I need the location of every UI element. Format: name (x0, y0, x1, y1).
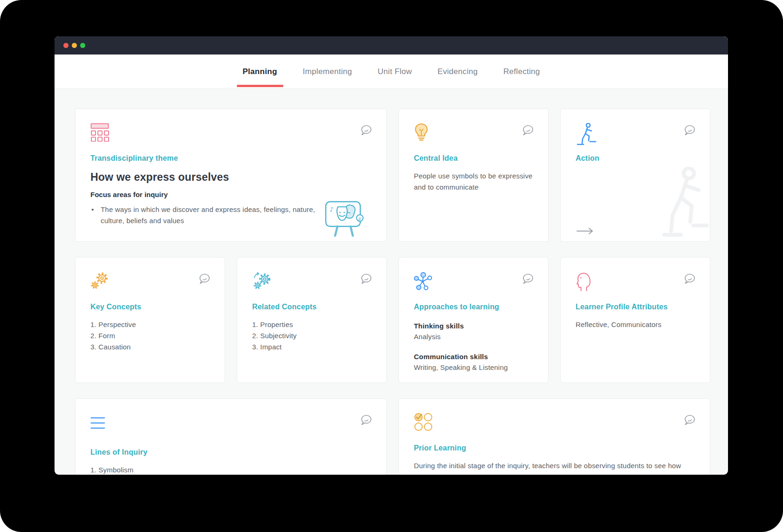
close-window-button[interactable] (63, 43, 69, 48)
lightbulb-icon (414, 123, 533, 142)
svg-text:p: p (358, 216, 361, 221)
main-tabbar: Planning Implementing Unit Flow Evidenci… (55, 55, 728, 89)
tab-planning[interactable]: Planning (242, 55, 277, 89)
focus-area-item: The ways in which we discover and expres… (90, 204, 335, 226)
related-concepts-list: 1. Properties 2. Subjectivity 3. Impact (252, 319, 371, 353)
card-action: Action (560, 109, 710, 242)
card-title: Action (576, 154, 695, 163)
traffic-lights (63, 43, 85, 48)
card-title: Approaches to learning (414, 302, 533, 312)
tab-evidencing[interactable]: Evidencing (438, 55, 478, 89)
app-window: Planning Implementing Unit Flow Evidenci… (55, 36, 728, 475)
card-title: Key Concepts (90, 302, 210, 312)
comment-bubble-icon (684, 273, 696, 285)
skill-group-thinking: Thinking skills Analysis (414, 321, 533, 342)
list-item: 1. Perspective (90, 319, 210, 330)
card-transdisciplinary-theme: Transdisciplinary theme How we express o… (75, 109, 387, 242)
card-approaches-to-learning: Approaches to learning Thinking skills A… (398, 257, 549, 383)
card-central-idea: Central Idea People use symbols to be ex… (398, 109, 549, 242)
arrow-right-icon (576, 227, 594, 235)
active-tab-underline (237, 85, 283, 87)
comment-button[interactable] (684, 273, 696, 285)
comment-button[interactable] (522, 125, 534, 136)
minimize-window-button[interactable] (72, 43, 77, 48)
expand-action-arrow-button[interactable] (576, 227, 594, 236)
focus-areas-subheading: Focus areas for inquiry (90, 190, 371, 199)
circles-check-icon (414, 413, 695, 431)
gears-icon (90, 272, 210, 290)
comment-button[interactable] (684, 125, 696, 136)
comment-bubble-icon (684, 415, 696, 426)
card-prior-learning: Prior Learning During the initial stage … (398, 398, 710, 475)
gears-cycle-icon (252, 272, 371, 290)
card-title: Learner Profile Attributes (576, 302, 695, 312)
list-item: 1. Symbolism (90, 464, 371, 475)
comment-bubble-icon (684, 125, 696, 136)
list-lines-icon (90, 413, 371, 436)
list-item: 2. Form (90, 330, 210, 341)
tab-implementing[interactable]: Implementing (303, 55, 352, 89)
card-title: Transdisciplinary theme (90, 154, 371, 163)
comment-button[interactable] (360, 125, 372, 136)
comment-button[interactable] (684, 415, 696, 426)
comment-bubble-icon (199, 273, 211, 285)
list-item: 3. Causation (90, 341, 210, 353)
card-title: Lines of Inquiry (90, 448, 371, 457)
card-key-concepts: Key Concepts 1. Perspective 2. Form 3. C… (75, 257, 225, 383)
comment-button[interactable] (522, 273, 534, 285)
window-titlebar (55, 36, 728, 55)
learner-profile-values: Reflective, Communicators (576, 319, 695, 330)
card-title: Prior Learning (414, 443, 695, 453)
prior-learning-text: During the initial stage of the inquiry,… (414, 460, 695, 475)
skill-value: Analysis (414, 331, 533, 342)
skill-value: Writing, Speaking & Listening (414, 362, 533, 373)
card-related-concepts: Related Concepts 1. Properties 2. Subjec… (237, 257, 387, 383)
head-profile-icon (576, 272, 695, 290)
comment-button[interactable] (360, 273, 372, 285)
tab-unit-flow[interactable]: Unit Flow (378, 55, 412, 89)
tab-unit-flow-label: Unit Flow (378, 67, 412, 76)
comment-bubble-icon (522, 125, 534, 136)
skill-heading: Thinking skills (414, 321, 533, 331)
skill-heading: Communication skills (414, 352, 533, 362)
list-item: 1. Properties (252, 319, 371, 330)
card-learner-profile-attributes: Learner Profile Attributes Reflective, C… (560, 257, 710, 383)
comment-bubble-icon (522, 273, 534, 285)
theme-headline: How we express ourselves (90, 171, 371, 184)
key-concepts-list: 1. Perspective 2. Form 3. Causation (90, 319, 210, 353)
list-item: 3. Impact (252, 341, 371, 353)
tab-evidencing-label: Evidencing (438, 67, 478, 76)
card-title: Related Concepts (252, 302, 371, 312)
planner-grid: Transdisciplinary theme How we express o… (55, 89, 728, 475)
comment-button[interactable] (199, 273, 211, 285)
list-item: 2. Subjectivity (252, 330, 371, 341)
zoom-window-button[interactable] (80, 43, 85, 48)
theme-grid-icon (90, 123, 371, 142)
tab-reflecting-label: Reflecting (503, 67, 540, 76)
card-lines-of-inquiry: Lines of Inquiry 1. Symbolism (75, 398, 387, 475)
focus-areas-list: The ways in which we discover and expres… (90, 204, 335, 226)
lines-of-inquiry-list: 1. Symbolism (90, 464, 371, 475)
central-idea-text: People use symbols to be expressive and … (414, 171, 533, 193)
network-icon (414, 272, 533, 290)
card-title: Central Idea (414, 154, 533, 163)
tab-implementing-label: Implementing (303, 67, 352, 76)
tab-planning-label: Planning (242, 67, 277, 76)
tab-reflecting[interactable]: Reflecting (503, 55, 540, 89)
person-climbing-icon (576, 123, 695, 142)
comment-bubble-icon (360, 273, 372, 285)
comment-bubble-icon (360, 415, 372, 426)
comment-bubble-icon (360, 125, 372, 136)
person-watermark-icon (662, 167, 709, 239)
comment-button[interactable] (360, 415, 372, 426)
skill-group-communication: Communication skills Writing, Speaking &… (414, 352, 533, 373)
